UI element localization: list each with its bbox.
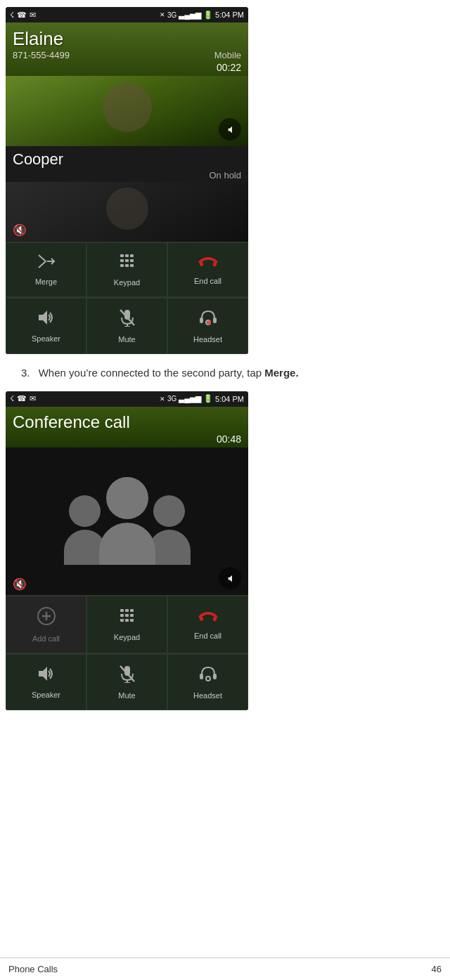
end-call-button-2[interactable]: End call	[167, 596, 248, 653]
status-bar-2: ☇ ☎ ✉ ✕ 3G ▃▄▅▆ 🔋 5:04 PM	[6, 391, 248, 407]
controls-grid-1: Merge	[6, 242, 248, 297]
speaker-label-2: Speaker	[32, 691, 60, 699]
mute-label-2: Mute	[118, 691, 135, 700]
controls-grid-1b: Speaker Mute	[6, 297, 248, 354]
usb-icon-2: ☇	[10, 394, 14, 403]
svg-rect-3	[120, 259, 124, 262]
mute-button-1[interactable]: Mute	[86, 298, 167, 354]
svg-rect-17	[213, 318, 217, 323]
mute-icon-2	[119, 665, 136, 687]
keypad-button-2[interactable]: Keypad	[86, 596, 167, 653]
battery-icon: 🔋	[203, 11, 213, 20]
usb-icon: ☇	[10, 11, 14, 20]
mute-indicator-2: 🔇	[13, 577, 27, 591]
svg-rect-2	[130, 254, 134, 257]
caller-type: Mobile	[214, 50, 241, 60]
screenshot-1: ☇ ☎ ✉ ✕ 3G ▃▄▅▆ 🔋 5:04 PM Elaine 871-555…	[6, 7, 248, 354]
svg-point-41	[206, 677, 210, 681]
instruction-text: 3. When you’re connected to the second p…	[0, 354, 450, 391]
svg-rect-29	[120, 619, 124, 622]
mute-label-1: Mute	[118, 335, 135, 344]
svg-rect-40	[213, 674, 217, 679]
svg-rect-6	[120, 264, 124, 267]
svg-rect-26	[120, 614, 124, 617]
instruction-body: When you’re connected to the second part…	[39, 367, 265, 379]
hold-call-header: Cooper On hold	[6, 146, 248, 182]
svg-rect-4	[125, 259, 129, 262]
group-icon	[99, 477, 155, 565]
svg-rect-1	[125, 254, 129, 257]
phone-icon: ☎	[17, 11, 27, 20]
merge-label: Merge	[35, 277, 57, 286]
keypad-icon-2	[119, 608, 136, 629]
mute-icon-1	[119, 308, 136, 331]
status-bar-1: ☇ ☎ ✉ ✕ 3G ▃▄▅▆ 🔋 5:04 PM	[6, 7, 248, 22]
end-call-label-2: End call	[194, 632, 221, 640]
keypad-button[interactable]: Keypad	[86, 242, 167, 297]
battery-icon-2: 🔋	[203, 394, 213, 403]
footer-right: 46	[432, 964, 442, 974]
active-call-header: Elaine 871-555-4499 Mobile 00:22	[6, 22, 248, 76]
mute-button-2[interactable]: Mute	[86, 654, 167, 710]
headset-label-1: Headset	[193, 335, 222, 344]
time-label-1: 5:04 PM	[215, 11, 244, 19]
add-call-icon	[37, 606, 56, 630]
speaker-button-2[interactable]: Speaker	[6, 654, 86, 710]
speaker-overlay-2[interactable]: 🔈︎	[219, 567, 241, 589]
end-call-icon-2	[198, 609, 219, 627]
3g-label-2: 3G	[167, 395, 176, 403]
headset-button-2[interactable]: Headset	[167, 654, 248, 710]
instruction-number: 3.	[21, 367, 30, 379]
svg-rect-25	[130, 609, 134, 612]
add-call-label: Add call	[32, 634, 60, 643]
speaker-button-1[interactable]: Speaker	[6, 298, 86, 354]
email-icon: ✉	[30, 11, 36, 20]
svg-rect-27	[125, 614, 129, 617]
speaker-muted-icon: 🔈︎	[225, 124, 235, 135]
svg-rect-30	[125, 619, 129, 622]
on-hold-label: On hold	[13, 170, 241, 181]
signal-no-icon-2: ✕	[160, 396, 165, 403]
svg-text:🔴: 🔴	[206, 320, 211, 325]
caller-number: 871-555-4499	[13, 50, 70, 60]
merge-button[interactable]: Merge	[6, 242, 86, 297]
conf-controls-grid-2: Speaker Mute	[6, 653, 248, 710]
speaker-icon-2	[37, 665, 56, 686]
speaker-icon-1	[37, 309, 56, 330]
conference-timer: 00:48	[13, 433, 241, 445]
merge-icon	[37, 254, 56, 273]
signal-bars-icon-2: ▃▄▅▆	[179, 394, 201, 403]
end-call-button-1[interactable]: End call	[167, 242, 248, 297]
status-icons-left: ☇ ☎ ✉	[10, 11, 36, 20]
caller-name-elaine: Elaine	[13, 28, 241, 50]
hold-caller-photo: 🔇	[6, 182, 248, 242]
headset-label-2: Headset	[193, 691, 222, 700]
add-call-button[interactable]: Add call	[6, 596, 86, 653]
end-call-label-1: End call	[194, 277, 221, 285]
screenshot-2: ☇ ☎ ✉ ✕ 3G ▃▄▅▆ 🔋 5:04 PM Conference cal…	[6, 391, 248, 710]
time-label-2: 5:04 PM	[215, 395, 244, 403]
signal-no-icon: ✕	[160, 11, 165, 18]
headset-button-1[interactable]: 🔴 Headset	[167, 298, 248, 354]
conference-header: Conference call 00:48	[6, 407, 248, 447]
headset-icon-2	[199, 665, 217, 687]
svg-marker-34	[39, 667, 47, 681]
svg-rect-5	[130, 259, 134, 262]
svg-rect-0	[120, 254, 124, 257]
footer-left: Phone Calls	[8, 964, 58, 974]
svg-rect-31	[130, 619, 134, 622]
end-call-icon-1	[198, 254, 219, 273]
mute-indicator-1: 🔇	[13, 223, 27, 237]
hold-caller-name: Cooper	[13, 150, 241, 169]
headset-icon-1: 🔴	[199, 308, 217, 331]
signal-bars-icon: ▃▄▅▆	[179, 11, 201, 20]
instruction-bold: Merge.	[264, 367, 298, 379]
svg-rect-28	[130, 614, 134, 617]
svg-rect-7	[125, 264, 129, 267]
call-timer-1: 00:22	[13, 62, 241, 73]
svg-rect-39	[200, 674, 203, 679]
conference-photo-area: 🔈︎ 🔇	[6, 447, 248, 595]
svg-rect-8	[130, 264, 134, 267]
svg-rect-16	[200, 318, 203, 323]
speaker-overlay-1[interactable]: 🔈︎	[219, 118, 241, 141]
